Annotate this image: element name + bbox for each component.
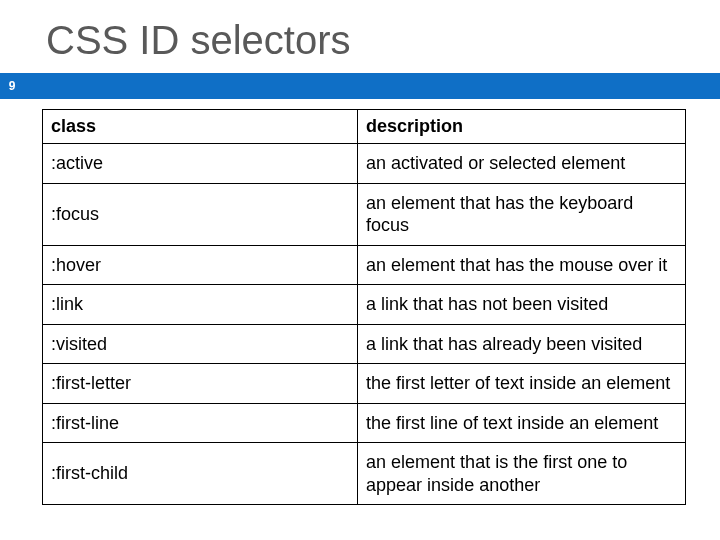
cell-description: an element that is the first one to appe… xyxy=(358,443,686,505)
slide-title: CSS ID selectors xyxy=(0,0,720,73)
cell-class: :first-line xyxy=(43,403,358,443)
table-header-row: class description xyxy=(43,110,686,144)
cell-class: :hover xyxy=(43,245,358,285)
cell-class: :first-letter xyxy=(43,364,358,404)
cell-class: :first-child xyxy=(43,443,358,505)
cell-description: a link that has not been visited xyxy=(358,285,686,325)
cell-description: the first line of text inside an element xyxy=(358,403,686,443)
cell-class: :visited xyxy=(43,324,358,364)
col-header-description: description xyxy=(358,110,686,144)
pseudo-class-table: class description :active an activated o… xyxy=(42,109,686,505)
cell-description: an element that has the keyboard focus xyxy=(358,183,686,245)
table-row: :active an activated or selected element xyxy=(43,144,686,184)
slide-number: 9 xyxy=(0,73,24,99)
table-container: class description :active an activated o… xyxy=(0,99,720,505)
table-row: :link a link that has not been visited xyxy=(43,285,686,325)
col-header-class: class xyxy=(43,110,358,144)
table-row: :hover an element that has the mouse ove… xyxy=(43,245,686,285)
table-row: :first-child an element that is the firs… xyxy=(43,443,686,505)
cell-description: the first letter of text inside an eleme… xyxy=(358,364,686,404)
cell-class: :active xyxy=(43,144,358,184)
table-row: :first-line the first line of text insid… xyxy=(43,403,686,443)
table-row: :first-letter the first letter of text i… xyxy=(43,364,686,404)
accent-bar: 9 xyxy=(0,73,720,99)
accent-bar-fill xyxy=(24,73,720,99)
cell-class: :focus xyxy=(43,183,358,245)
cell-description: a link that has already been visited xyxy=(358,324,686,364)
slide: CSS ID selectors 9 class description :ac… xyxy=(0,0,720,540)
table-row: :focus an element that has the keyboard … xyxy=(43,183,686,245)
table-row: :visited a link that has already been vi… xyxy=(43,324,686,364)
cell-class: :link xyxy=(43,285,358,325)
cell-description: an activated or selected element xyxy=(358,144,686,184)
cell-description: an element that has the mouse over it xyxy=(358,245,686,285)
